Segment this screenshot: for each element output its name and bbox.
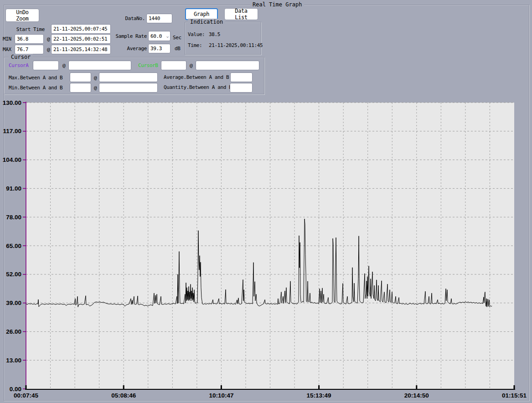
chart-svg: 0.0013.0026.0039.0052.0065.0078.0091.001…: [0, 96, 532, 403]
min-label: MIN: [3, 36, 11, 42]
data-list-tab-button[interactable]: Data List: [224, 8, 258, 20]
x-major-tick: [221, 385, 222, 389]
indication-time: 21-11-2025,00:11:45: [209, 42, 263, 49]
max-between-time-field[interactable]: [99, 72, 158, 82]
y-tick-label: 91.00: [6, 185, 21, 192]
x-tick-label: 15:13:49: [307, 392, 331, 399]
max-between-value-field[interactable]: [70, 72, 91, 82]
cursor-a-at-symbol: @: [62, 62, 65, 69]
average-label: Average: [114, 46, 147, 52]
min-between-label: Min.Between A and B: [9, 85, 62, 91]
avg-between-value-field[interactable]: [230, 72, 253, 82]
avg-between-label: Average.Between A and B: [164, 74, 229, 81]
real-time-graph-window: { "window": { "title": "Real Time Graph"…: [0, 0, 532, 403]
indication-value-label: Value:: [188, 31, 205, 38]
cursor-b-at-symbol: @: [190, 62, 192, 69]
qty-between-label: Quantity.Between A and B: [164, 84, 232, 91]
max-between-at-symbol: @: [94, 75, 97, 81]
indication-groupbox: Indication Value: 38.5 Time: 21-11-2025,…: [185, 22, 261, 55]
data-no-field[interactable]: [146, 14, 172, 23]
x-major-tick: [26, 385, 27, 389]
x-tick-label: 05:08:46: [111, 392, 136, 399]
max-label: MAX: [3, 46, 11, 53]
max-value-field[interactable]: [15, 45, 44, 54]
max-at-symbol: @: [47, 46, 50, 53]
cursor-groupbox: Cursor CursorA @ CursorB @ Max.Between A…: [4, 57, 264, 94]
chevron-down-icon: ⌄: [166, 34, 169, 38]
cursor-a-value-field[interactable]: [33, 61, 59, 70]
cursor-b-label: CursorB: [138, 62, 158, 69]
y-tick-label: 26.00: [6, 328, 21, 335]
sample-rate-unit-label: Sec: [173, 35, 181, 41]
y-tick-label: 78.00: [6, 214, 21, 221]
y-tick-label: 130.00: [3, 99, 21, 106]
x-major-tick: [514, 385, 515, 389]
cursor-a-label: CursorA: [9, 62, 29, 69]
sample-rate-select[interactable]: 60.0 ⌄: [148, 31, 170, 41]
y-tick-label: 0.00: [10, 386, 21, 393]
min-between-time-field[interactable]: [99, 83, 158, 93]
x-major-tick: [318, 385, 320, 389]
x-major-tick: [123, 385, 124, 389]
x-major-tick: [416, 385, 417, 389]
start-time-label: Start Time: [4, 26, 45, 33]
indication-value: 38.5: [209, 31, 220, 38]
average-field[interactable]: [148, 44, 170, 53]
max-time-field[interactable]: [51, 45, 111, 54]
indication-title: Indication: [188, 19, 225, 25]
y-tick-label: 117.00: [3, 128, 21, 134]
x-tick-label: 01:15:51: [502, 392, 527, 399]
x-tick-label: 00:07:45: [14, 392, 39, 399]
x-tick-label: 10:10:47: [209, 392, 233, 399]
cursor-b-time-field[interactable]: [196, 61, 259, 70]
data-no-label: DataNo.: [109, 16, 145, 22]
cursor-a-time-field[interactable]: [68, 61, 131, 70]
average-unit-label: dB: [175, 46, 180, 52]
x-tick-label: 20:14:50: [404, 392, 429, 399]
start-time-field[interactable]: [51, 24, 111, 34]
min-value-field[interactable]: [15, 34, 44, 44]
cursor-b-value-field[interactable]: [161, 61, 186, 70]
y-tick-label: 104.00: [3, 156, 21, 163]
indication-time-label: Time:: [188, 42, 202, 49]
sample-rate-label: Sample Rate: [105, 33, 147, 40]
max-between-label: Max.Between A and B: [9, 75, 62, 81]
qty-between-value-field[interactable]: [230, 83, 253, 93]
chart-plot-area[interactable]: 0.0013.0026.0039.0052.0065.0078.0091.001…: [0, 96, 532, 403]
min-time-field[interactable]: [51, 34, 111, 44]
min-at-symbol: @: [47, 36, 50, 42]
min-between-value-field[interactable]: [70, 83, 91, 93]
sample-rate-value: 60.0: [150, 33, 162, 39]
window-title: Real Time Graph: [250, 1, 304, 8]
cursor-title: Cursor: [9, 54, 33, 60]
y-tick-label: 39.00: [6, 300, 21, 306]
undo-zoom-button[interactable]: UnDo Zoom: [5, 9, 39, 22]
y-tick-label: 13.00: [6, 357, 21, 364]
y-tick-label: 65.00: [6, 243, 21, 249]
min-between-at-symbol: @: [94, 85, 97, 91]
y-tick-label: 52.00: [6, 271, 21, 278]
